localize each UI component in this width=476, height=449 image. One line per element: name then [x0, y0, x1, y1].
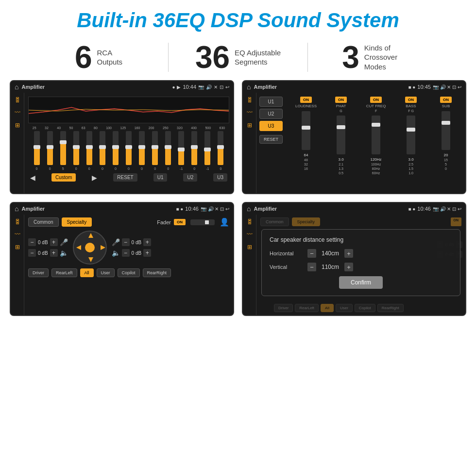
fader-top-row: Common Specialty Fader ON 👤: [28, 217, 229, 227]
slider-col-7[interactable]: 0: [113, 131, 119, 170]
vertical-label: Vertical: [270, 264, 304, 270]
all-btn[interactable]: All: [80, 268, 94, 277]
vol-rr-minus[interactable]: −: [122, 249, 130, 257]
vol-rr-plus[interactable]: +: [143, 249, 151, 257]
eq-reset-btn[interactable]: RESET: [113, 173, 137, 182]
vol-fr-minus[interactable]: −: [122, 238, 130, 246]
eq-u1-btn[interactable]: U1: [153, 173, 168, 182]
slider-col-15[interactable]: 0: [218, 131, 223, 170]
slider-col-10[interactable]: 0: [152, 131, 158, 170]
bg-common-btn: Common: [260, 217, 289, 226]
loudness-slider[interactable]: [302, 111, 310, 150]
vertical-val-box: − 110cm +: [307, 263, 353, 271]
slider-col-14[interactable]: -1: [204, 131, 210, 170]
screen-fader: ⌂ Amplifier ■ ● 10:46 📷 🔊 ✕ ⊡ ↩ 🎛 〰 ⊞ Co…: [10, 202, 234, 316]
speaker-split-icon[interactable]: ⊞: [15, 122, 20, 129]
slider-col-8[interactable]: 0: [126, 131, 132, 170]
eq-u2-btn[interactable]: U2: [183, 173, 197, 182]
fader-bottom: Driver RearLeft All User Copilot RearRig…: [28, 268, 229, 277]
eq-custom-btn[interactable]: Custom: [51, 173, 76, 182]
eq-labels: 25 32 40 50 63 80 100 125 160 200 250 32…: [28, 126, 229, 130]
statusbar-4: ⌂ Amplifier ■ ● 10:46 📷 🔊 ✕ ⊡ ↩: [243, 203, 465, 215]
vertical-minus[interactable]: −: [307, 263, 316, 271]
fader-on-toggle[interactable]: ON: [174, 219, 186, 225]
slider-col-11[interactable]: 0: [165, 131, 171, 170]
wave-icon-3[interactable]: 〰: [15, 231, 20, 238]
phat-slider[interactable]: [337, 116, 345, 154]
eq-u3-btn[interactable]: U3: [213, 173, 227, 182]
cross-sub: ON SUB 20 15 5 0: [429, 97, 462, 189]
horizontal-plus[interactable]: +: [344, 249, 353, 258]
sub-slider[interactable]: [442, 111, 450, 150]
cross-loudness: ON LOUDNESS 64 48 32 16: [289, 97, 323, 189]
eq-prev[interactable]: ◀: [30, 174, 35, 182]
wave-icon[interactable]: 〰: [15, 109, 20, 116]
home-icon-2: ⌂: [247, 83, 251, 91]
vertical-plus[interactable]: +: [344, 263, 353, 271]
speaker-split-icon-4[interactable]: ⊞: [247, 244, 252, 250]
speaker-fr: 🎤: [112, 238, 120, 246]
slider-col-13[interactable]: 0: [191, 131, 197, 170]
sub-toggle[interactable]: ON: [440, 97, 452, 103]
preset-u2[interactable]: U2: [259, 109, 283, 119]
driver-btn[interactable]: Driver: [28, 268, 49, 277]
eq-icon-2[interactable]: 🎛: [247, 97, 253, 103]
slider-col-2[interactable]: 0: [47, 131, 53, 170]
eq-icon-3[interactable]: 🎛: [15, 218, 20, 225]
preset-u1[interactable]: U1: [259, 97, 283, 107]
speaker-split-icon-3[interactable]: ⊞: [15, 244, 20, 250]
eq-next[interactable]: ▶: [92, 174, 97, 182]
bass-slider[interactable]: [407, 116, 415, 154]
eq-icon[interactable]: 🎛: [15, 97, 20, 103]
app-name-4: Amplifier: [254, 206, 405, 212]
svg-marker-4: [76, 245, 81, 250]
crossover-reset[interactable]: RESET: [259, 135, 283, 144]
wave-icon-2[interactable]: 〰: [247, 109, 253, 116]
phat-toggle[interactable]: ON: [335, 97, 347, 103]
wave-icon-4[interactable]: 〰: [247, 231, 253, 238]
user-btn[interactable]: User: [97, 268, 115, 277]
svg-marker-3: [88, 257, 93, 262]
vol-fl-plus[interactable]: +: [50, 238, 58, 246]
stat-eq-number: 36: [195, 42, 230, 73]
rearleft-btn[interactable]: RearLeft: [51, 268, 77, 277]
slider-col-6[interactable]: 0: [100, 131, 105, 170]
common-mode-btn[interactable]: Common: [28, 217, 59, 227]
rearright-btn[interactable]: RearRight: [143, 268, 171, 277]
preset-u3[interactable]: U3: [259, 121, 283, 131]
loudness-toggle[interactable]: ON: [300, 97, 312, 103]
vol-rl-minus[interactable]: −: [28, 249, 36, 257]
fader-joystick[interactable]: [73, 231, 107, 265]
eq-icon-4[interactable]: 🎛: [247, 218, 253, 225]
vol-row-rr: 🔈 − 0 dB +: [112, 249, 152, 257]
home-icon-1: ⌂: [15, 83, 18, 91]
slider-col-12[interactable]: -1: [178, 131, 184, 170]
vol-rl-val: 0 dB: [38, 250, 48, 256]
copilot-btn[interactable]: Copilot: [118, 268, 140, 277]
horizontal-minus[interactable]: −: [307, 249, 316, 258]
vol-row-rl: − 0 dB + 🔈: [28, 249, 68, 257]
speaker-split-icon-2[interactable]: ⊞: [247, 122, 252, 129]
fader-h-slider[interactable]: [190, 219, 215, 225]
vol-fl-minus[interactable]: −: [28, 238, 36, 246]
fader-joystick-wrapper: [73, 231, 107, 265]
bass-toggle[interactable]: ON: [405, 97, 417, 103]
dialog-horizontal-row: Horizontal − 140cm +: [270, 249, 452, 258]
vol-fr-plus[interactable]: +: [143, 238, 151, 246]
speaker-rl: 🔈: [60, 249, 68, 257]
cutfreq-toggle[interactable]: ON: [370, 97, 382, 103]
slider-col-4[interactable]: 0: [73, 131, 79, 170]
time-4: 10:46: [417, 206, 431, 212]
slider-col-3[interactable]: 5: [60, 131, 66, 170]
statusbar-3: ⌂ Amplifier ■ ● 10:46 📷 🔊 ✕ ⊡ ↩: [11, 203, 233, 215]
vol-rr-val: 0 dB: [132, 250, 142, 256]
slider-col-5[interactable]: 0: [86, 131, 92, 170]
confirm-button[interactable]: Confirm: [339, 276, 383, 289]
slider-col-1[interactable]: 0: [34, 131, 40, 170]
cutfreq-slider[interactable]: [372, 116, 380, 154]
vol-rl-plus[interactable]: +: [50, 249, 58, 257]
slider-col-9[interactable]: 0: [139, 131, 145, 170]
stat-rca-number: 6: [75, 42, 92, 73]
screen4-body: 🎛 〰 ⊞ Common Specialty ON Car speaker di…: [243, 215, 465, 315]
specialty-mode-btn[interactable]: Specialty: [62, 217, 92, 227]
